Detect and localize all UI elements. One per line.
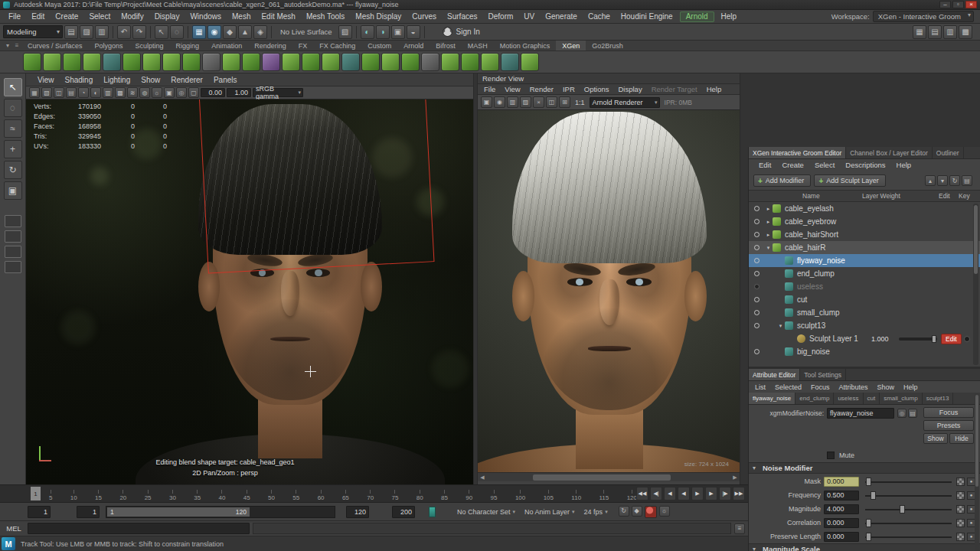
frame-tick[interactable]: 95 (491, 490, 498, 501)
shelf-tab[interactable]: Sculpting (129, 41, 170, 51)
list-options-icon[interactable]: ▤ (962, 175, 972, 186)
shelf-tab[interactable]: FX Caching (313, 41, 361, 51)
frame-tick[interactable]: 65 (342, 490, 349, 501)
xgen-shelf-icon[interactable] (461, 53, 479, 71)
frame-tick[interactable]: 55 (292, 490, 299, 501)
move-up-icon[interactable]: ▴ (925, 175, 936, 186)
script-editor-icon[interactable]: ≡ (734, 523, 745, 534)
xgen-shelf-icon[interactable] (222, 53, 240, 71)
xgen-shelf-icon[interactable] (341, 53, 360, 71)
anim-layer-dropdown[interactable]: No Anim Layer (520, 508, 580, 516)
visibility-dot[interactable] (754, 323, 760, 328)
groom-tree-row[interactable]: ▾ cable_hairR (749, 241, 980, 254)
undo-icon[interactable]: ↶ (117, 25, 131, 39)
mute-checkbox[interactable] (827, 452, 835, 459)
frame-tick[interactable]: 25 (145, 490, 152, 501)
editor-tab[interactable]: Tool Settings (800, 369, 846, 380)
attribute-slider[interactable] (865, 491, 952, 500)
current-frame-marker[interactable]: 1 (31, 487, 41, 500)
frame-tick[interactable]: 90 (466, 490, 472, 501)
viewport-menu[interactable]: Show (136, 76, 165, 84)
viewport-3d-canvas[interactable]: Verts: 170190 0 0 Edges: 339050 0 0 (26, 99, 473, 484)
texture-map-icon[interactable] (956, 478, 965, 486)
snap-curve-icon[interactable]: ◉ (207, 25, 221, 39)
menu-item[interactable]: Deform (483, 10, 519, 23)
menu-item[interactable]: Arnold (680, 11, 714, 22)
attribute-editor-menu[interactable]: List (750, 383, 770, 391)
viewport-toolbar-icon[interactable]: ▦ (29, 87, 40, 98)
animation-start-field[interactable]: 1 (28, 506, 51, 518)
visibility-dot[interactable] (754, 232, 760, 237)
visibility-dot[interactable] (754, 245, 760, 250)
menu-item[interactable]: UV (518, 10, 540, 23)
viewport-menu[interactable]: Panels (208, 76, 243, 84)
menu-item[interactable]: Modify (116, 10, 149, 23)
viewport-menu[interactable]: Renderer (165, 76, 208, 84)
single-pane-layout-button[interactable] (5, 215, 21, 227)
panel-layout-icon[interactable]: ▤ (928, 25, 942, 39)
slider-handle[interactable] (871, 491, 876, 500)
render-view-menu[interactable]: Options (580, 85, 614, 93)
render-view-scrollbar[interactable]: ◀ ▶ (478, 472, 740, 481)
render-view-menu[interactable]: Render (525, 85, 558, 93)
expand-arrow-icon[interactable]: ▸ (764, 232, 773, 238)
attribute-slider[interactable] (865, 532, 952, 542)
groom-editor-menu[interactable]: Descriptions (840, 161, 890, 169)
view-transform-dropdown[interactable]: sRGB gamma (253, 88, 303, 97)
close-button[interactable]: × (965, 1, 977, 8)
node-name-field[interactable]: flyaway_noise (827, 408, 894, 419)
attribute-value-field[interactable]: 0.000 (824, 532, 859, 542)
groom-editor-menu[interactable]: Select (809, 161, 840, 169)
outliner-toggle-icon[interactable]: ▥ (943, 25, 957, 39)
divider[interactable] (113, 26, 113, 38)
time-slider[interactable]: 1 51015202530354045505560657075808590951… (0, 484, 748, 503)
groom-tree-row[interactable]: ▸ cable_eyelash (749, 202, 980, 215)
groom-tree-row[interactable]: ▾ sculpt13 (749, 319, 980, 332)
snap-view-icon[interactable]: ◈ (253, 25, 267, 39)
frame-tick[interactable]: 120 (627, 490, 637, 501)
snap-point-icon[interactable]: ◆ (223, 25, 237, 39)
attribute-editor-menu[interactable]: Attributes (835, 383, 873, 391)
expand-arrow-icon[interactable]: ▾ (776, 323, 785, 329)
menu-item[interactable]: File (3, 10, 26, 23)
refresh-icon[interactable]: ↻ (949, 175, 960, 186)
snap-plane-icon[interactable]: ▲ (238, 25, 252, 39)
file-save-icon[interactable]: ▥ (95, 25, 109, 39)
viewport-toolbar-icon[interactable]: ☼ (152, 87, 162, 98)
visibility-dot[interactable] (754, 284, 760, 289)
groom-editor-menu[interactable]: Create (776, 161, 809, 169)
frame-tick[interactable]: 20 (119, 490, 126, 501)
ipr-render-icon[interactable]: ◉ (494, 96, 505, 108)
menu-item[interactable]: Houdini Engine (616, 10, 678, 23)
groom-tree-row[interactable]: big_noise (749, 345, 980, 358)
groom-tree-row[interactable]: ▸ cable_eyebrow (749, 215, 980, 228)
slider-handle[interactable] (866, 533, 871, 541)
select-by-object-icon[interactable]: ◌ (170, 25, 184, 39)
shelf-tab[interactable]: Arnold (397, 41, 430, 51)
frame-tick[interactable]: 30 (169, 490, 176, 501)
loop-mode-icon[interactable]: ↻ (619, 506, 629, 517)
slider-handle[interactable] (866, 478, 871, 486)
scrollbar-thumb[interactable] (975, 395, 978, 487)
groom-tree-row[interactable]: ▸ cable_hairShort (749, 228, 980, 241)
attribute-value-field[interactable]: 0.500 (824, 491, 859, 500)
menu-item[interactable]: Mesh Tools (301, 10, 350, 23)
xgen-shelf-icon[interactable] (481, 53, 499, 71)
xgen-shelf-icon[interactable] (83, 53, 101, 71)
groom-editor-menu[interactable]: Edit (753, 161, 776, 169)
viewport-toolbar-icon[interactable]: ◐ (90, 87, 101, 98)
make-live-icon[interactable]: ▧ (338, 25, 352, 39)
xgen-shelf-icon[interactable] (441, 53, 459, 71)
visibility-dot[interactable] (754, 219, 760, 224)
keep-image-icon[interactable]: ▥ (507, 96, 518, 108)
add-sculpt-layer-button[interactable]: +Add Sculpt Layer (814, 174, 885, 187)
visibility-dot[interactable] (754, 297, 760, 302)
render-view-menu[interactable]: Help (702, 85, 727, 93)
divider[interactable] (424, 26, 425, 38)
menu-set-selector[interactable]: Modeling (3, 25, 63, 38)
frame-tick[interactable]: 5 (49, 490, 52, 501)
title-bar[interactable]: Autodesk Maya 2017: D:\File Temp\Project… (0, 0, 980, 10)
rendered-image-canvas[interactable]: size: 724 x 1024 (478, 110, 740, 472)
shelf-tab[interactable]: MASH (462, 41, 494, 51)
menu-item[interactable]: Mesh (227, 10, 256, 23)
